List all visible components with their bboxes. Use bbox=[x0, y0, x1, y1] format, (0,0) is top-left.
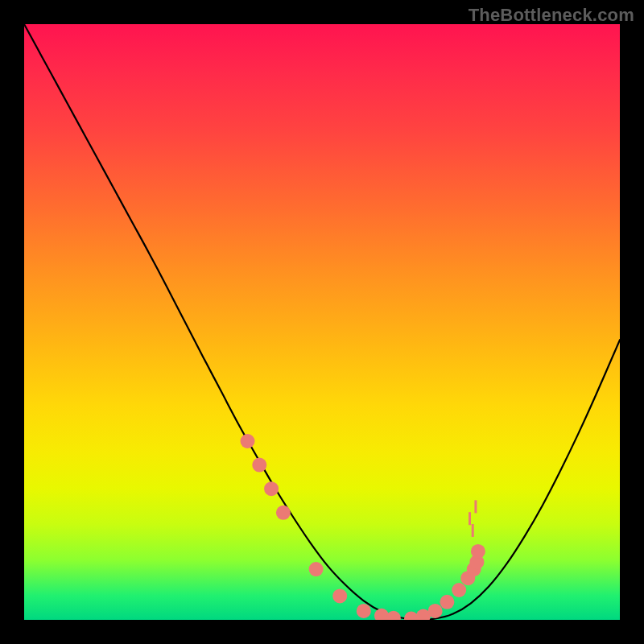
curve-marker bbox=[309, 562, 324, 576]
bottleneck-curve bbox=[24, 24, 620, 620]
curve-marker bbox=[452, 583, 466, 597]
chart-frame: TheBottleneck.com bbox=[0, 0, 644, 644]
curve-marker bbox=[252, 458, 266, 473]
curve-marker bbox=[332, 588, 347, 603]
curve-minor-markers-group bbox=[469, 500, 477, 537]
plot-area bbox=[24, 24, 620, 620]
curve-minor-marker bbox=[472, 524, 474, 537]
curve-marker bbox=[276, 506, 291, 520]
curve-marker bbox=[440, 595, 454, 609]
curve-marker bbox=[264, 481, 279, 496]
curve-marker bbox=[386, 611, 401, 620]
curve-marker bbox=[241, 434, 255, 448]
curve-markers-group bbox=[241, 434, 485, 620]
curve-minor-marker bbox=[474, 500, 477, 513]
watermark-text: TheBottleneck.com bbox=[469, 5, 634, 26]
curve-layer bbox=[24, 24, 620, 620]
curve-marker bbox=[357, 604, 371, 618]
curve-marker bbox=[471, 544, 485, 559]
curve-minor-marker bbox=[469, 512, 471, 525]
curve-marker bbox=[428, 604, 443, 618]
